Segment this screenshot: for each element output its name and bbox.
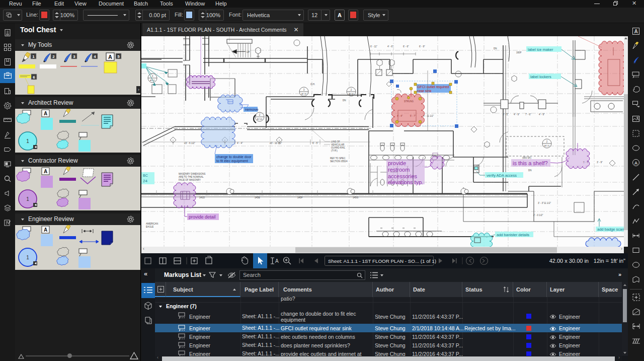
svg-text:24: 24 [143, 179, 147, 183]
svg-text:AMERICAN: AMERICAN [146, 223, 158, 225]
svg-text:MASONRY DIMENSIONS: MASONRY DIMENSIONS [179, 173, 205, 175]
svg-text:4' - 9": 4' - 9" [514, 113, 520, 116]
svg-text:SECTION 05524: SECTION 05524 [330, 160, 348, 163]
svg-text:A7.11: A7.11 [349, 93, 354, 95]
svg-text:A: A [634, 29, 637, 34]
svg-text:3: 3 [73, 54, 75, 59]
svg-text:A: A [108, 54, 112, 60]
svg-text:verify ADA access: verify ADA access [487, 173, 517, 178]
svg-text:DN: DN [343, 99, 346, 102]
svg-text:6' - 5": 6' - 5" [312, 142, 318, 145]
svg-text:A: A [44, 111, 47, 116]
svg-text:Sheet: A1.1.1 - 1ST FLOOR PLAN: Sheet: A1.1.1 - 1ST FLOOR PLAN - SO... (… [328, 258, 436, 264]
svg-text:to fit elec equipment: to fit elec equipment [216, 159, 248, 163]
svg-text:accessories: accessories [388, 173, 418, 179]
svg-text:add badge scann: add badge scann [597, 227, 624, 232]
svg-text:23' - 10 1/2": 23' - 10 1/2" [270, 142, 282, 145]
svg-text:4' - 11 1/2": 4' - 11 1/2" [423, 115, 434, 117]
svg-text:7' - 6": 7' - 6" [525, 113, 531, 116]
svg-text:1: 1 [26, 255, 29, 260]
svg-text:2: 2 [52, 54, 55, 59]
svg-text:DN: DN [494, 47, 497, 50]
svg-text:STRUNG: STRUNG [404, 100, 414, 103]
svg-text:EAGLE: EAGLE [146, 226, 153, 228]
svg-text:12in = 1ft' in": 12in = 1ft' in" [594, 258, 625, 264]
svg-text:6' - 11": 6' - 11" [370, 45, 377, 48]
svg-text:1: 1 [26, 196, 29, 202]
svg-text:A7.11: A7.11 [544, 145, 550, 147]
svg-text:remove: remove [245, 107, 259, 112]
svg-text:6: 6 [33, 75, 35, 80]
svg-text:elevations typ.: elevations typ. [388, 179, 423, 185]
svg-text:A: A [634, 161, 638, 166]
svg-text:2: 2 [546, 140, 548, 143]
svg-text:label ice maker: label ice maker [528, 47, 553, 52]
svg-text:provide: provide [388, 160, 406, 166]
svg-text:145F: 145F [297, 196, 303, 199]
svg-text:4: 4 [94, 54, 96, 59]
svg-text:FACE OF MASONRY: FACE OF MASONRY [179, 179, 201, 181]
svg-text:REF TO SPEC: REF TO SPEC [330, 157, 346, 160]
svg-text:2: 2 [259, 114, 261, 116]
svg-text:5: 5 [117, 54, 120, 59]
svg-text:42.00 x 30.00 in: 42.00 x 30.00 in [549, 258, 589, 264]
svg-text:5' - 7": 5' - 7" [410, 115, 416, 117]
svg-text:GFCI outlet required: GFCI outlet required [417, 85, 449, 89]
svg-text:BC: BC [143, 174, 148, 177]
svg-text:4' - 4": 4' - 4" [397, 115, 403, 117]
svg-text:3: 3 [152, 75, 153, 78]
svg-text:GUARD RAIL: GUARD RAIL [331, 147, 346, 149]
svg-text:A: A [44, 227, 47, 233]
svg-text:change to double door: change to double door [216, 155, 252, 159]
svg-text:label lockers: label lockers [530, 75, 551, 79]
svg-text:O.H.: O.H. [310, 83, 315, 86]
svg-text:6' - 6": 6' - 6" [403, 45, 409, 48]
svg-text:1: 1 [26, 138, 29, 144]
svg-text:3' - 9": 3' - 9" [597, 161, 603, 164]
svg-text:(TYP.): (TYP.) [331, 150, 338, 152]
svg-text:A7.06: A7.06 [257, 118, 263, 120]
svg-text:restroom: restroom [388, 167, 410, 173]
svg-text:is this a shelf?: is this a shelf? [513, 160, 548, 166]
svg-text:23' - 6 1/2": 23' - 6 1/2" [184, 142, 195, 145]
svg-text:VEHICULAR: VEHICULAR [331, 143, 345, 146]
svg-text:145G: 145G [353, 196, 359, 199]
svg-text:2' - 0 1/2": 2' - 0 1/2" [533, 214, 543, 216]
svg-text:1: 1 [32, 54, 35, 59]
svg-text:ARE TO THE NOMINAL: ARE TO THE NOMINAL [179, 176, 204, 178]
svg-text:provide detail: provide detail [189, 214, 216, 220]
svg-text:4' - 6": 4' - 6" [387, 45, 393, 48]
svg-text:3' - 3": 3' - 3" [538, 202, 544, 204]
svg-text:A7.11: A7.11 [301, 93, 307, 95]
svg-text:4' - 4": 4' - 4" [237, 142, 243, 145]
svg-text:6' - 9": 6' - 9" [419, 45, 425, 48]
svg-text:A: A [44, 169, 47, 174]
svg-text:near sink: near sink [417, 89, 432, 93]
svg-text:DN: DN [528, 169, 532, 172]
svg-text:(950 SF): (950 SF) [522, 157, 531, 159]
svg-text:A: A [275, 258, 279, 264]
svg-text:4' - 9": 4' - 9" [539, 113, 545, 116]
svg-text:2: 2 [351, 89, 352, 91]
svg-text:3: 3 [303, 89, 305, 91]
svg-text:11 1/2": 11 1/2" [544, 202, 551, 204]
svg-text:3' - 5": 3' - 5" [503, 113, 509, 116]
svg-text:160F: 160F [516, 51, 522, 54]
svg-text:141D: 141D [199, 196, 205, 199]
svg-text:LINE OF: LINE OF [331, 140, 340, 143]
svg-text:UP: UP [247, 51, 250, 53]
svg-text:add banister details: add banister details [497, 233, 529, 237]
svg-text:145E: 145E [255, 196, 260, 199]
